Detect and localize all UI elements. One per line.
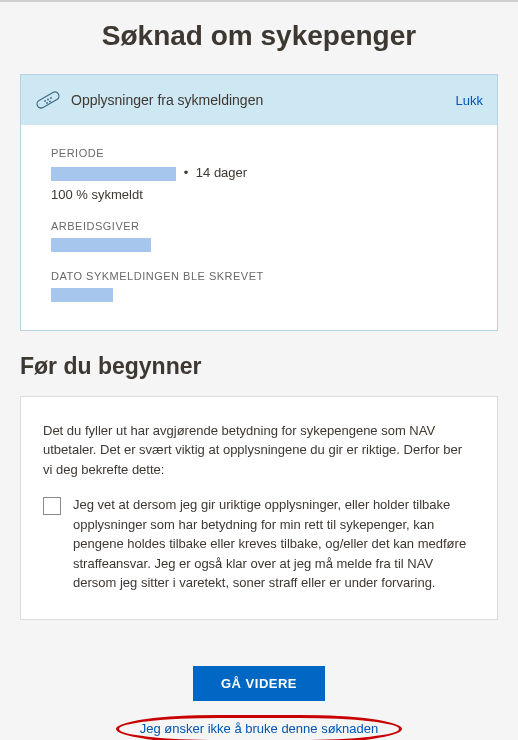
confirm-checkbox-label: Jeg vet at dersom jeg gir uriktige opply… (73, 495, 475, 593)
svg-point-1 (44, 100, 46, 102)
date-written-value (51, 288, 467, 302)
date-written-label: DATO SYKMELDINGEN BLE SKREVET (51, 270, 467, 282)
close-panel-link[interactable]: Lukk (456, 93, 483, 108)
before-you-begin-title: Før du begynner (20, 353, 498, 380)
decline-link-highlight: Jeg ønsker ikke å bruke denne søknaden (116, 715, 402, 740)
svg-point-3 (50, 97, 52, 99)
employer-label: ARBEIDSGIVER (51, 220, 467, 232)
redacted-employer-name (51, 238, 151, 252)
info-panel-header-text: Opplysninger fra sykmeldingen (71, 92, 263, 108)
confirm-checkbox[interactable] (43, 497, 61, 515)
intro-text: Det du fyller ut har avgjørende betydnin… (43, 421, 475, 480)
period-days: 14 dager (196, 165, 247, 180)
page-title: Søknad om sykepenger (0, 2, 518, 74)
svg-point-5 (49, 101, 51, 103)
continue-button[interactable]: GÅ VIDERE (193, 666, 325, 701)
redacted-date-written (51, 288, 113, 302)
intro-box: Det du fyller ut har avgjørende betydnin… (20, 396, 498, 620)
svg-point-2 (47, 99, 49, 101)
period-value: • 14 dager (51, 165, 467, 181)
sick-leave-info-panel: Opplysninger fra sykmeldingen Lukk PERIO… (20, 74, 498, 331)
percent-sick-text: 100 % sykmeldt (51, 187, 467, 202)
employer-value (51, 238, 467, 252)
decline-application-link[interactable]: Jeg ønsker ikke å bruke denne søknaden (140, 721, 378, 736)
svg-point-4 (46, 102, 48, 104)
period-label: PERIODE (51, 147, 467, 159)
info-panel-body: PERIODE • 14 dager 100 % sykmeldt ARBEID… (21, 125, 497, 330)
info-panel-header: Opplysninger fra sykmeldingen Lukk (21, 75, 497, 125)
confirm-checkbox-group: Jeg vet at dersom jeg gir uriktige opply… (43, 495, 475, 593)
period-separator: • (184, 165, 189, 180)
action-bar: GÅ VIDERE Jeg ønsker ikke å bruke denne … (20, 666, 498, 740)
bandage-icon (35, 87, 61, 113)
redacted-period-range (51, 167, 176, 181)
